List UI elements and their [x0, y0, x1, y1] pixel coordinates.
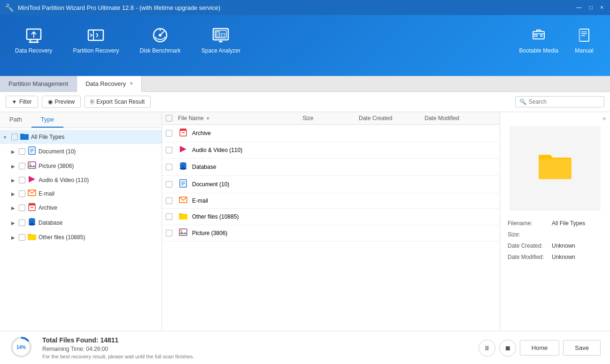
email-icon — [27, 190, 37, 198]
file-item-other-files[interactable]: Other files (10885) — [162, 209, 500, 225]
select-all-checkbox[interactable] — [166, 115, 172, 121]
tree-item-all-file-types[interactable]: ▾ All File Types — [0, 130, 162, 144]
preview-created-value: Unknown — [552, 243, 575, 249]
file-checkbox-email[interactable] — [166, 197, 172, 204]
checkbox-archive[interactable] — [19, 205, 25, 211]
tree-item-other-files[interactable]: ▶ Other files (10885) — [0, 230, 162, 244]
tree-item-archive[interactable]: ▶ Archive — [0, 200, 162, 215]
svg-point-46 — [180, 162, 186, 165]
checkbox-database[interactable] — [19, 220, 25, 226]
email-label: E-mail — [39, 190, 54, 197]
file-item-document[interactable]: Document (10) — [162, 176, 500, 193]
file-item-audio-video[interactable]: Audio & Video (110) — [162, 142, 500, 159]
stop-button[interactable]: ⏹ — [499, 340, 516, 356]
preview-filename-value: All File Types — [552, 220, 585, 227]
tab-partition-management-label: Partition Management — [8, 80, 68, 87]
col-size-header[interactable]: Size — [302, 115, 359, 121]
expand-icon: ▶ — [11, 205, 17, 211]
checkbox-other-files[interactable] — [19, 234, 25, 241]
svg-rect-55 — [179, 214, 187, 220]
tab-data-recovery[interactable]: Data Recovery × — [77, 76, 142, 92]
header-tools: Data Recovery Partition Recovery — [9, 22, 246, 58]
col-created-header[interactable]: Date Created — [359, 115, 425, 121]
preview-close-button[interactable]: × — [602, 115, 606, 122]
file-item-email[interactable]: E-mail — [162, 193, 500, 209]
search-input[interactable] — [529, 99, 600, 105]
tool-space-analyzer[interactable]: Space Analyzer — [196, 22, 246, 58]
tool-partition-recovery[interactable]: Partition Recovery — [67, 22, 124, 58]
svg-marker-30 — [29, 176, 35, 182]
col-modified-header[interactable]: Date Modified — [425, 115, 500, 121]
tool-bootable-media[interactable]: Bootable Media — [519, 26, 558, 54]
maximize-button[interactable]: □ — [587, 4, 595, 11]
checkbox-audio-video[interactable] — [19, 177, 25, 183]
tree-item-picture[interactable]: ▶ Picture (3806) — [0, 159, 162, 173]
status-bar: 14% Total Files Found: 14811 Remaining T… — [0, 331, 610, 364]
file-checkbox-other-files[interactable] — [166, 213, 172, 220]
tool-disk-benchmark[interactable]: Disk Benchmark — [134, 22, 186, 58]
tree-item-database[interactable]: ▶ Database — [0, 215, 162, 230]
database-icon — [27, 218, 37, 228]
panel-tab-path[interactable]: Path — [0, 112, 31, 128]
pause-button[interactable]: ⏸ — [479, 340, 495, 356]
file-checkbox-archive[interactable] — [166, 130, 172, 136]
tree-item-document[interactable]: ▶ Document (10) — [0, 144, 162, 159]
tree-content: ▾ All File Types ▶ Document (10) ▶ — [0, 128, 162, 331]
preview-size-row: Size: — [508, 231, 602, 238]
svg-rect-11 — [216, 31, 220, 37]
main-content: Path Type ▾ All File Types ▶ — [0, 112, 610, 331]
svg-point-47 — [180, 165, 186, 167]
tool-manual[interactable]: Manual — [568, 26, 601, 54]
tab-close-icon[interactable]: × — [130, 80, 133, 87]
export-label: Export Scan Result — [96, 99, 145, 105]
filter-button[interactable]: ▼ Filter — [6, 96, 38, 108]
preview-button[interactable]: ◉ Preview — [42, 96, 81, 108]
sort-icon: ▼ — [206, 116, 210, 121]
svg-rect-33 — [29, 203, 35, 205]
data-recovery-icon — [24, 26, 43, 45]
file-checkbox-database[interactable] — [166, 164, 172, 170]
checkbox-email[interactable] — [19, 190, 25, 197]
status-controls: ⏸ ⏹ Home Save — [479, 340, 601, 356]
file-email-label: E-mail — [192, 197, 208, 204]
file-checkbox-document[interactable] — [166, 181, 172, 188]
file-checkbox-picture[interactable] — [166, 230, 172, 236]
checkbox-picture[interactable] — [19, 163, 25, 169]
file-item-database[interactable]: Database — [162, 159, 500, 176]
expand-icon: ▶ — [11, 191, 17, 197]
status-hint: For the best recovery result, please wai… — [42, 354, 469, 359]
title-bar-controls[interactable]: — □ × — [574, 4, 605, 11]
tab-partition-management[interactable]: Partition Management — [0, 76, 77, 91]
tree-item-email[interactable]: ▶ E-mail — [0, 187, 162, 200]
panel-tab-type[interactable]: Type — [31, 112, 63, 128]
save-button[interactable]: Save — [563, 340, 601, 356]
tool-data-recovery[interactable]: Data Recovery — [9, 22, 58, 58]
file-document-icon — [178, 179, 188, 190]
col-filename-header[interactable]: File Name ▼ — [176, 115, 302, 121]
close-button[interactable]: × — [598, 4, 605, 11]
checkbox-all-file-types[interactable] — [11, 134, 18, 140]
file-item-archive[interactable]: Archive — [162, 125, 500, 142]
file-item-picture[interactable]: Picture (3806) — [162, 225, 500, 242]
file-checkbox-audio-video[interactable] — [166, 147, 172, 153]
export-scan-result-button[interactable]: ⎘ Export Scan Result — [85, 96, 151, 108]
svg-rect-17 — [579, 29, 589, 41]
preview-modified-label: Date Modified: — [508, 254, 550, 260]
app-title: MiniTool Partition Wizard Pro Ultimate 1… — [18, 4, 220, 11]
svg-rect-12 — [221, 33, 225, 37]
checkbox-document[interactable] — [19, 148, 25, 155]
minimize-button[interactable]: — — [574, 4, 584, 11]
file-database-icon — [178, 162, 188, 172]
manual-label: Manual — [575, 47, 593, 54]
svg-point-57 — [180, 230, 182, 232]
file-other-files-label: Other files (10885) — [192, 213, 239, 220]
search-box[interactable]: 🔍 — [515, 96, 604, 107]
app-icon: 🔧 — [5, 3, 14, 12]
preview-size-label: Size: — [508, 231, 550, 238]
home-button[interactable]: Home — [520, 340, 560, 356]
tree-item-audio-video[interactable]: ▶ Audio & Video (110) — [0, 173, 162, 187]
svg-rect-15 — [534, 35, 537, 37]
other-files-label: Other files (10885) — [39, 234, 85, 241]
file-archive-label: Archive — [192, 130, 211, 136]
space-analyzer-icon — [211, 26, 230, 45]
